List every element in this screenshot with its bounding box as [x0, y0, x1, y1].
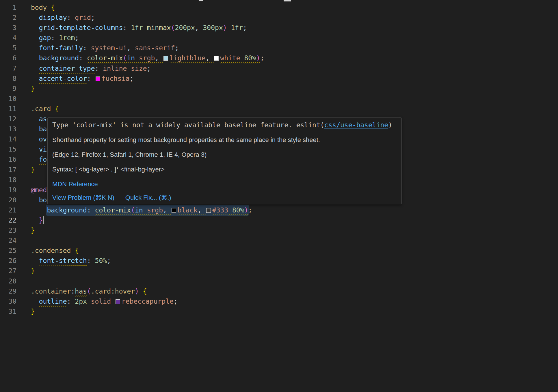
line-number[interactable]: 18 [0, 175, 16, 185]
color-swatch[interactable] [116, 299, 120, 304]
eslint-rule-link[interactable]: css/use-baseline [324, 121, 388, 129]
code-content[interactable]: outline: 2px solid rebeccapurple; [16, 296, 558, 307]
code-line[interactable]: 22 } [0, 215, 558, 225]
color-swatch[interactable] [163, 56, 168, 61]
line-number[interactable]: 8 [0, 74, 16, 84]
indent-guide [32, 13, 32, 23]
quick-fix-action[interactable]: Quick Fix... (⌘.) [125, 194, 171, 201]
line-number[interactable]: 20 [0, 195, 16, 205]
code-line[interactable]: 29.container:has(.card:hover) { [0, 286, 558, 296]
line-number[interactable]: 16 [0, 154, 16, 165]
line-number[interactable]: 19 [0, 185, 16, 195]
code-line[interactable]: 7 container-type: inline-size; [0, 64, 558, 74]
color-swatch[interactable] [96, 76, 100, 81]
line-number[interactable]: 22 [0, 215, 16, 225]
code-content[interactable]: body { [16, 3, 558, 13]
line-number[interactable]: 23 [0, 225, 16, 236]
color-swatch[interactable] [206, 208, 211, 213]
code-line[interactable]: 26 font-stretch: 50%; [0, 256, 558, 266]
code-token: , [206, 54, 214, 62]
code-token: 80% [244, 54, 256, 62]
line-number[interactable]: 3 [0, 23, 16, 33]
code-content[interactable]: grid-template-columns: 1fr minmax(200px,… [16, 23, 558, 33]
code-line[interactable]: 24 [0, 236, 558, 246]
line-number[interactable]: 5 [0, 43, 16, 53]
code-content[interactable]: .condensed { [16, 246, 558, 256]
code-content[interactable]: } [16, 215, 558, 225]
code-line[interactable]: 30 outline: 2px solid rebeccapurple; [0, 296, 558, 307]
line-number[interactable]: 7 [0, 64, 16, 74]
line-number[interactable]: 25 [0, 246, 16, 256]
code-content[interactable]: accent-color: fuchsia; [16, 74, 558, 84]
code-line[interactable]: 8 accent-color: fuchsia; [0, 74, 558, 84]
code-line[interactable]: 11.card { [0, 104, 558, 114]
code-token: 2px [75, 298, 87, 305]
view-problem-action[interactable]: View Problem (⌘K N) [52, 194, 114, 201]
code-content[interactable] [16, 94, 558, 104]
line-number[interactable]: 12 [0, 114, 16, 124]
code-content[interactable]: gap: 1rem; [16, 33, 558, 43]
line-number[interactable]: 30 [0, 296, 16, 307]
code-token: #333 [212, 206, 228, 214]
code-content[interactable]: } [16, 266, 558, 276]
code-token [31, 54, 39, 62]
code-token: :hover [111, 288, 135, 295]
code-line[interactable]: 10 [0, 94, 558, 104]
code-token: fo [39, 156, 47, 163]
code-content[interactable]: background: color-mix(in srgb, black, #3… [16, 205, 558, 215]
line-number[interactable]: 31 [0, 307, 16, 317]
code-content[interactable]: font-stretch: 50%; [16, 256, 558, 266]
code-content[interactable]: .card { [16, 104, 558, 114]
code-content[interactable] [16, 276, 558, 286]
line-number[interactable]: 13 [0, 124, 16, 134]
code-content[interactable]: } [16, 84, 558, 94]
code-content[interactable]: } [16, 307, 558, 317]
code-line[interactable]: 28 [0, 276, 558, 286]
code-token: : [83, 44, 91, 52]
code-line[interactable]: 1body { [0, 3, 558, 13]
code-token: sans-serif [135, 44, 175, 52]
line-number[interactable]: 29 [0, 286, 16, 296]
line-number[interactable]: 14 [0, 134, 16, 144]
code-content[interactable]: } [16, 225, 558, 236]
mdn-reference-link[interactable]: MDN Reference [52, 180, 98, 188]
color-swatch[interactable] [172, 208, 176, 213]
line-number[interactable]: 6 [0, 53, 16, 63]
line-number[interactable]: 15 [0, 144, 16, 154]
line-number[interactable]: 28 [0, 276, 16, 286]
line-number[interactable]: 11 [0, 104, 16, 114]
line-number[interactable]: 27 [0, 266, 16, 276]
line-number[interactable]: 1 [0, 3, 16, 13]
line-number[interactable]: 26 [0, 256, 16, 266]
code-line[interactable]: 6 background: color-mix(in srgb, lightbl… [0, 53, 558, 63]
code-token [31, 14, 39, 21]
doc-syntax: Syntax: [ <bg-layer> , ]* <final-bg-laye… [52, 165, 397, 173]
code-line[interactable]: 21 background: color-mix(in srgb, black,… [0, 205, 558, 215]
code-content[interactable]: container-type: inline-size; [16, 64, 558, 74]
line-number[interactable]: 17 [0, 165, 16, 175]
code-line[interactable]: 25.condensed { [0, 246, 558, 256]
line-number[interactable]: 2 [0, 13, 16, 23]
line-number[interactable]: 4 [0, 33, 16, 43]
code-line[interactable]: 2 display: grid; [0, 13, 558, 23]
code-token: .container [31, 288, 71, 295]
code-line[interactable]: 5 font-family: system-ui, sans-serif; [0, 43, 558, 53]
code-content[interactable]: display: grid; [16, 13, 558, 23]
color-swatch[interactable] [214, 56, 219, 61]
code-token: ; [248, 206, 252, 214]
code-line[interactable]: 3 grid-template-columns: 1fr minmax(200p… [0, 23, 558, 33]
code-content[interactable]: font-family: system-ui, sans-serif; [16, 43, 558, 53]
code-content[interactable]: .container:has(.card:hover) { [16, 286, 558, 296]
line-number[interactable]: 9 [0, 84, 16, 94]
line-number[interactable]: 10 [0, 94, 16, 104]
code-token: : [67, 298, 75, 305]
code-content[interactable] [16, 236, 558, 246]
code-line[interactable]: 4 gap: 1rem; [0, 33, 558, 43]
line-number[interactable]: 21 [0, 205, 16, 215]
code-line[interactable]: 9} [0, 84, 558, 94]
code-line[interactable]: 23} [0, 225, 558, 236]
code-content[interactable]: background: color-mix(in srgb, lightblue… [16, 53, 558, 63]
code-line[interactable]: 31} [0, 307, 558, 317]
line-number[interactable]: 24 [0, 236, 16, 246]
code-line[interactable]: 27} [0, 266, 558, 276]
